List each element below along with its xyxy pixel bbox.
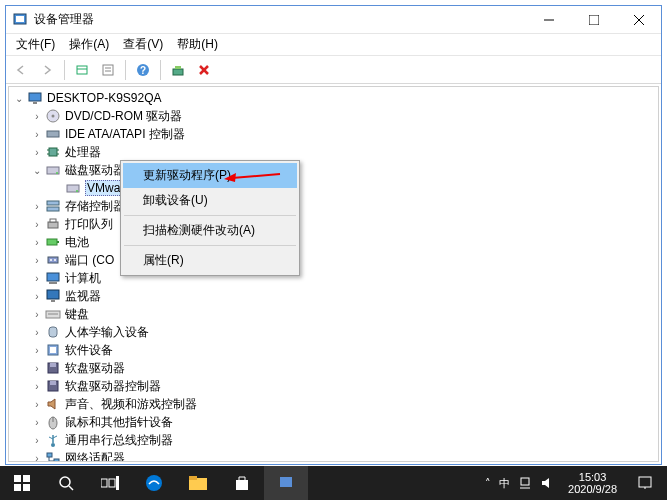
tree-item-0-twisty[interactable]: › [31,111,43,122]
ctx-scan-hardware[interactable]: 扫描检测硬件改动(A) [123,218,297,243]
svg-marker-84 [542,478,549,488]
tree-root[interactable]: ⌄DESKTOP-K9S92QA [9,89,658,107]
svg-point-20 [52,115,55,118]
volume-icon[interactable] [540,476,554,490]
tree-item-12-twisty[interactable]: › [31,345,43,356]
tree-item-13-twisty[interactable]: › [31,363,43,374]
tree-item-6-twisty[interactable]: › [31,237,43,248]
svg-rect-52 [50,381,56,385]
notifications-button[interactable] [623,466,667,500]
tree-item-0[interactable]: ›DVD/CD-ROM 驱动器 [9,107,658,125]
forward-button[interactable] [36,59,58,81]
tree-item-3-0[interactable]: VMware Virtual 0.000 Disk Device [9,179,658,197]
network-icon[interactable] [518,476,532,490]
tree-item-8[interactable]: ›计算机 [9,269,658,287]
maximize-button[interactable] [571,6,616,34]
tree-item-0-label: DVD/CD-ROM 驱动器 [65,108,182,125]
ctx-properties[interactable]: 属性(R) [123,248,297,273]
tree-item-8-twisty[interactable]: › [31,273,43,284]
tree-item-9[interactable]: ›监视器 [9,287,658,305]
tree-item-10[interactable]: ›键盘 [9,305,658,323]
tray-chevron-icon[interactable]: ˄ [485,477,491,490]
properties-button[interactable] [97,59,119,81]
svg-rect-50 [50,363,56,367]
scan-hardware-button[interactable] [167,59,189,81]
tree-item-9-twisty[interactable]: › [31,291,43,302]
menu-view[interactable]: 查看(V) [117,34,169,55]
window-title: 设备管理器 [34,11,94,28]
svg-rect-81 [280,477,292,487]
tree-item-16[interactable]: ›鼠标和其他指针设备 [9,413,658,431]
tree-item-5[interactable]: ›打印队列 [9,215,658,233]
tree-item-4[interactable]: ›存储控制器 [9,197,658,215]
tree-item-12[interactable]: ›软件设备 [9,341,658,359]
tree-item-10-twisty[interactable]: › [31,309,43,320]
explorer-button[interactable] [176,466,220,500]
svg-rect-71 [23,484,30,491]
tree-item-3[interactable]: ⌄磁盘驱动器 [9,161,658,179]
store-button[interactable] [220,466,264,500]
tree-item-7[interactable]: ›端口 (CO [9,251,658,269]
minimize-button[interactable] [526,6,571,34]
svg-rect-17 [29,93,41,101]
svg-rect-13 [173,69,183,75]
svg-point-39 [54,259,56,261]
system-tray[interactable]: ˄ 中 [477,476,562,491]
context-menu: 更新驱动程序(P) 卸载设备(U) 扫描检测硬件改动(A) 属性(R) [120,160,300,276]
search-button[interactable] [44,466,88,500]
tree-item-6[interactable]: ›电池 [9,233,658,251]
tree-item-5-twisty[interactable]: › [31,219,43,230]
menu-help[interactable]: 帮助(H) [171,34,224,55]
tree-item-17-twisty[interactable]: › [31,435,43,446]
tree-item-1[interactable]: ›IDE ATA/ATAPI 控制器 [9,125,658,143]
menu-file[interactable]: 文件(F) [10,34,61,55]
taskbar-clock[interactable]: 15:03 2020/9/28 [562,471,623,495]
tree-item-9-icon [45,288,61,304]
tree-item-18[interactable]: ›网络适配器 [9,449,658,462]
tree-item-18-twisty[interactable]: › [31,453,43,463]
tree-item-4-twisty[interactable]: › [31,201,43,212]
devmgr-taskbar-button[interactable] [264,466,308,500]
menu-action[interactable]: 操作(A) [63,34,115,55]
tree-item-10-label: 键盘 [65,306,89,323]
help-button[interactable]: ? [132,59,154,81]
tree-item-7-twisty[interactable]: › [31,255,43,266]
tree-item-2-twisty[interactable]: › [31,147,43,158]
tree-item-15[interactable]: ›声音、视频和游戏控制器 [9,395,658,413]
svg-rect-3 [589,15,599,25]
tree-item-17[interactable]: ›通用串行总线控制器 [9,431,658,449]
tree-item-15-twisty[interactable]: › [31,399,43,410]
tree-item-14-twisty[interactable]: › [31,381,43,392]
ime-indicator[interactable]: 中 [499,476,510,491]
tree-item-13[interactable]: ›软盘驱动器 [9,359,658,377]
start-button[interactable] [0,466,44,500]
svg-marker-53 [48,399,55,409]
ctx-update-driver[interactable]: 更新驱动程序(P) [123,163,297,188]
show-hide-button[interactable] [71,59,93,81]
tree-item-1-icon [45,126,61,142]
tree-item-7-label: 端口 (CO [65,252,114,269]
device-tree[interactable]: ⌄DESKTOP-K9S92QA›DVD/CD-ROM 驱动器›IDE ATA/… [8,86,659,462]
uninstall-button[interactable] [193,59,215,81]
tree-item-16-twisty[interactable]: › [31,417,43,428]
tree-item-2-icon [45,144,61,160]
edge-button[interactable] [132,466,176,500]
back-button[interactable] [10,59,32,81]
tree-item-2[interactable]: ›处理器 [9,143,658,161]
tree-item-14[interactable]: ›软盘驱动器控制器 [9,377,658,395]
task-view-button[interactable] [88,466,132,500]
svg-point-56 [51,443,55,447]
ctx-uninstall[interactable]: 卸载设备(U) [123,188,297,213]
tree-item-3-twisty[interactable]: ⌄ [31,165,43,176]
tree-item-17-label: 通用串行总线控制器 [65,432,173,449]
svg-rect-60 [47,453,52,457]
svg-point-77 [146,475,162,491]
tree-root-twisty[interactable]: ⌄ [13,93,25,104]
tree-item-1-twisty[interactable]: › [31,129,43,140]
tree-item-11[interactable]: ›人体学输入设备 [9,323,658,341]
tree-item-11-label: 人体学输入设备 [65,324,149,341]
close-button[interactable] [616,6,661,34]
svg-rect-43 [51,300,55,302]
tree-item-11-twisty[interactable]: › [31,327,43,338]
svg-rect-61 [54,459,59,462]
